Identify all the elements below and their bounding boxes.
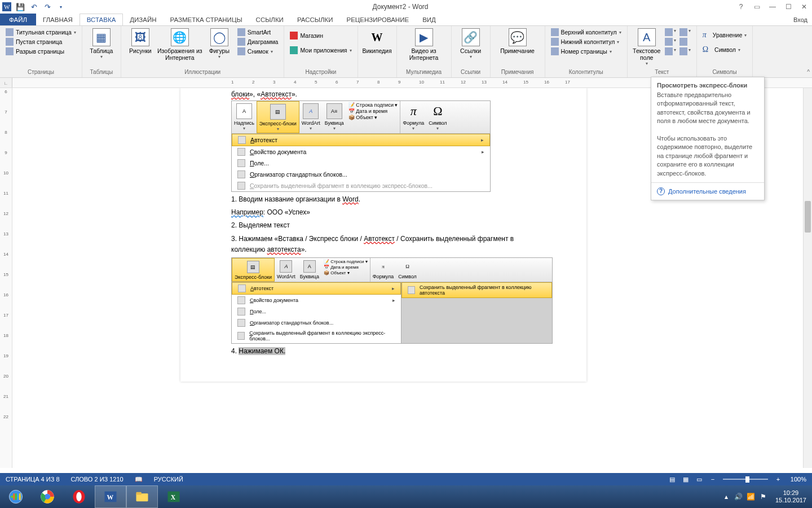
taskbar-explorer[interactable] [126, 485, 158, 508]
tray-up-icon[interactable]: ▴ [720, 493, 732, 501]
tab-references[interactable]: ССЫЛКИ [249, 14, 290, 25]
tooltip-more-link[interactable]: ?Дополнительные сведения [651, 182, 764, 200]
equation-button[interactable]: π Уравнение ▾ [703, 30, 747, 40]
smartart-button[interactable]: SmartArt [237, 28, 279, 36]
page-break-button[interactable]: Разрыв страницы [6, 47, 76, 55]
undo-icon[interactable]: ↶ [27, 0, 41, 14]
my-addins-button[interactable]: Мои приложения ▾ [290, 46, 351, 54]
ribbon-display-icon[interactable]: ▭ [749, 3, 765, 11]
group-illustrations: 🖼Рисунки 🌐Изображения из Интернета ◯Фигу… [121, 26, 285, 77]
tray-network-icon[interactable]: 📶 [745, 493, 757, 501]
ribbon-tabs: ФАЙЛ ГЛАВНАЯ ВСТАВКА ДИЗАЙН РАЗМЕТКА СТР… [0, 14, 812, 26]
sign-in-link[interactable]: Вход [793, 14, 812, 25]
tab-view[interactable]: ВИД [416, 14, 443, 25]
ruler-vertical[interactable]: 678910111213141516171819202122 [0, 88, 12, 468]
emb1-bukvitsa: A≡Буквица▾ [323, 101, 346, 133]
quickparts-icon: ▤ [270, 104, 286, 120]
wikipedia-button[interactable]: WВикипедия [361, 27, 393, 54]
pictures-button[interactable]: 🖼Рисунки [125, 27, 156, 54]
view-read-icon[interactable]: ▦ [679, 476, 692, 483]
taskbar-excel[interactable]: X [158, 485, 189, 508]
group-comments: 💬Примечание Примечания [491, 26, 545, 77]
emb2-bukvitsa: AБуквица [298, 258, 321, 282]
status-words[interactable]: СЛОВО 2 ИЗ 1210 [65, 476, 129, 483]
menu-item: Поле... [232, 157, 490, 169]
tab-design[interactable]: ДИЗАЙН [123, 14, 163, 25]
blank-page-button[interactable]: Пустая страница [6, 38, 76, 46]
qat-customize-icon[interactable]: ▾ [54, 0, 68, 14]
taskbar-opera[interactable] [63, 485, 95, 508]
group-label: Таблицы [86, 69, 117, 76]
store-button[interactable]: Магазин [290, 32, 351, 40]
taskbar-word[interactable]: W [95, 485, 126, 508]
scrollbar-vertical[interactable] [803, 88, 812, 468]
links-button[interactable]: 🔗Ссылки▾ [455, 27, 487, 59]
help-icon[interactable]: ? [733, 3, 749, 11]
tab-home[interactable]: ГЛАВНАЯ [36, 14, 80, 25]
view-web-icon[interactable]: ▭ [692, 476, 706, 483]
signature-icon[interactable] [679, 28, 687, 36]
omega-icon: Ω [430, 103, 445, 119]
header-button[interactable]: Верхний колонтитул ▾ [551, 28, 621, 36]
scrollbar-thumb[interactable] [805, 201, 811, 233]
status-proofing-icon[interactable]: 📖 [129, 476, 148, 483]
tab-selector-icon[interactable]: ∟ [0, 78, 12, 88]
quick-parts-icon[interactable] [665, 28, 673, 36]
tab-file[interactable]: ФАЙЛ [0, 14, 36, 25]
symbol-button[interactable]: Ω Символ ▾ [703, 45, 747, 54]
minimize-icon[interactable]: — [765, 3, 780, 11]
footer-button[interactable]: Нижний колонтитул ▾ [551, 38, 621, 46]
close-icon[interactable]: ✕ [796, 3, 812, 11]
page[interactable]: блоки», «Автотекст». AНадпись▾ ▤Экспресс… [180, 88, 586, 382]
chart-button[interactable]: Диаграмма [237, 38, 279, 46]
emb2-toolbar: ▤Экспресс-блоки AWordArt AБуквица 📝 Стро… [232, 258, 552, 282]
group-tables: ▦Таблица▾ Таблицы [82, 26, 121, 77]
tray-clock[interactable]: 10:2915.10.2017 [770, 489, 812, 504]
menu-item: Поле... [232, 306, 401, 317]
collapse-ribbon-icon[interactable]: ^ [807, 69, 810, 75]
menu-item: Свойство документа▸ [232, 295, 401, 306]
tab-layout[interactable]: РАЗМЕТКА СТРАНИЦЫ [164, 14, 249, 25]
status-lang[interactable]: РУССКИЙ [148, 476, 189, 483]
online-video-button[interactable]: ▶Видео из Интернета [400, 27, 448, 61]
quick-access-toolbar: W 💾 ↶ ↷ ▾ [0, 0, 68, 14]
table-button[interactable]: ▦Таблица▾ [86, 27, 117, 59]
zoom-in-icon[interactable]: + [771, 476, 785, 483]
shapes-button[interactable]: ◯Фигуры▾ [204, 27, 235, 59]
group-label: Текст [631, 69, 693, 76]
svg-rect-4 [15, 493, 17, 500]
svg-rect-6 [19, 493, 21, 500]
tray-flag-icon[interactable]: ⚑ [757, 493, 770, 501]
dropcap-icon: A [303, 260, 316, 273]
wordart-icon[interactable] [665, 38, 673, 46]
taskbar-chrome[interactable] [32, 485, 63, 508]
group-wikipedia: WВикипедия [358, 26, 397, 77]
zoom-out-icon[interactable]: − [706, 476, 720, 483]
zoom-level[interactable]: 100% [785, 476, 812, 483]
online-pictures-button[interactable]: 🌐Изображения из Интернета [156, 27, 204, 61]
start-button[interactable] [0, 485, 32, 508]
tab-insert[interactable]: ВСТАВКА [80, 14, 123, 25]
tray-volume-icon[interactable]: 🔊 [732, 493, 745, 501]
menu-item: Организатор стандартных блоков... [232, 169, 490, 180]
object-icon[interactable] [679, 47, 687, 55]
maximize-icon[interactable]: ☐ [780, 3, 796, 11]
comment-button[interactable]: 💬Примечание [494, 27, 541, 54]
status-page[interactable]: СТРАНИЦА 4 ИЗ 8 [0, 476, 65, 483]
zoom-slider[interactable] [723, 479, 768, 480]
page-number-button[interactable]: Номер страницы ▾ [551, 47, 621, 55]
datetime-icon[interactable] [679, 38, 687, 46]
tab-review[interactable]: РЕЦЕНЗИРОВАНИЕ [340, 14, 416, 25]
redo-icon[interactable]: ↷ [41, 0, 54, 14]
tab-mailings[interactable]: РАССЫЛКИ [290, 14, 340, 25]
dropcap-icon[interactable] [665, 47, 673, 55]
emb1-nadpis: AНадпись▾ [232, 101, 257, 133]
view-print-icon[interactable]: ▤ [665, 476, 679, 483]
save-icon[interactable]: 💾 [14, 0, 27, 14]
cover-page-button[interactable]: Титульная страница ▾ [6, 28, 76, 36]
zoom-knob[interactable] [745, 476, 749, 483]
screenshot-button[interactable]: Снимок ▾ [237, 47, 279, 55]
textbox-button[interactable]: AТекстовое поле▾ [631, 27, 663, 66]
header-icon [551, 28, 559, 36]
svg-point-10 [76, 492, 81, 501]
